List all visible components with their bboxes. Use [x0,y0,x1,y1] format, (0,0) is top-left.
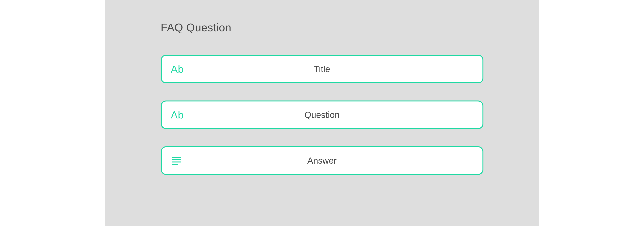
title-field-label: Title [188,64,473,74]
text-field-icon: Ab [171,109,188,121]
panel-heading: FAQ Question [161,21,484,34]
question-field-label: Question [188,110,473,120]
page-outer: FAQ Question Ab Title Ab Question Answer [0,0,644,226]
paragraph-icon [171,155,188,166]
question-field[interactable]: Ab Question [161,100,484,129]
text-field-icon: Ab [171,63,188,75]
answer-field-label: Answer [188,155,473,166]
title-field[interactable]: Ab Title [161,55,484,83]
faq-question-panel: FAQ Question Ab Title Ab Question Answer [106,0,539,226]
answer-field[interactable]: Answer [161,146,484,175]
